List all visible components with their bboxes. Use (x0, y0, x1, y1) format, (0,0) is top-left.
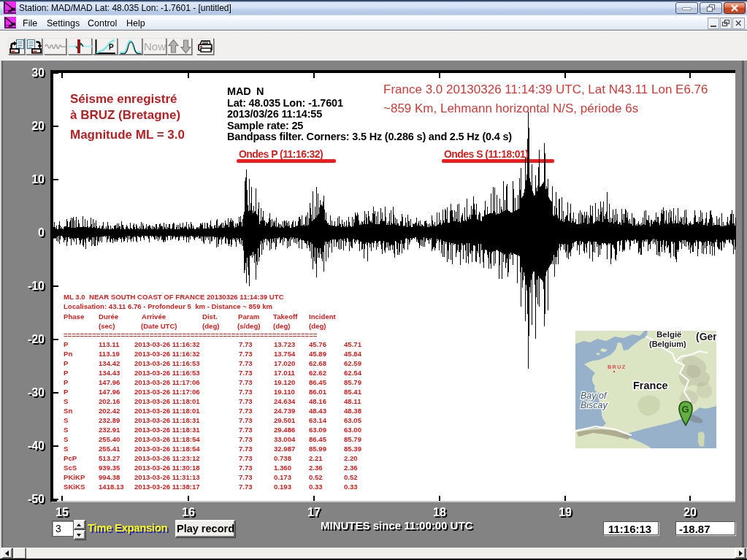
svg-text:France: France (633, 380, 668, 391)
svg-text:G: G (682, 404, 689, 415)
svg-text:Bay of: Bay of (581, 391, 608, 401)
svg-text:België: België (656, 331, 682, 339)
svg-text:BRUZ: BRUZ (608, 364, 627, 370)
svg-text:(Gern: (Gern (696, 331, 716, 342)
svg-text:Biscay: Biscay (581, 400, 608, 410)
svg-text:(Belgium): (Belgium) (649, 340, 686, 348)
